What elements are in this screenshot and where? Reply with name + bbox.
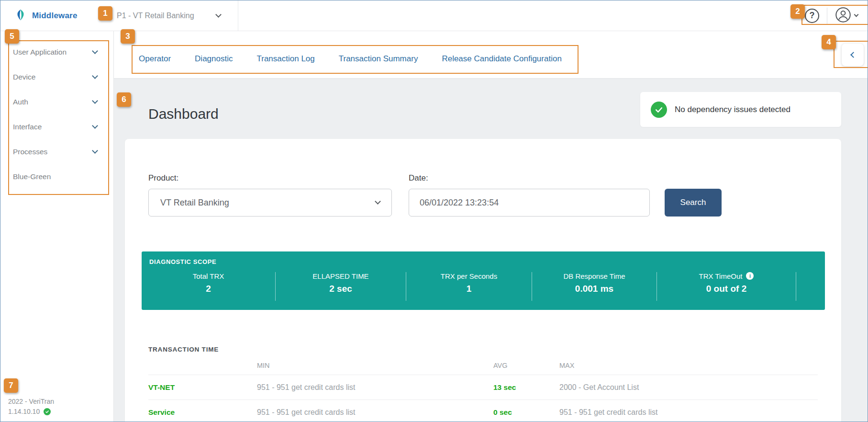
row-name: Service [148,408,257,417]
metric-label: DB Response Time [532,272,657,280]
annotation-badge-6: 6 [117,92,131,107]
main-area: Operator Diagnostic Transaction Log Tran… [114,31,868,422]
column-header-avg: AVG [493,362,559,369]
content-header: Dashboard No dependency issues detected [125,78,841,139]
metric-value: 1 [406,284,532,294]
brand-name: Middleware [32,11,78,21]
search-form: Product: VT Retail Banking Date: Search [125,173,841,217]
annotation-badge-7: 7 [4,378,18,393]
row-min: 951 - 951 get credit cards list [257,408,493,417]
metric-label: TRX per Seconds [406,272,532,280]
product-field-group: Product: VT Retail Banking [148,173,392,217]
annotation-badge-3: 3 [121,29,135,44]
version-ok-check-icon [44,408,51,415]
veritran-logo-icon [14,8,27,23]
product-selector-value: P1 - VT Retail Banking [117,11,194,20]
chevron-down-icon [215,11,222,18]
metric-value: 2 sec [276,284,406,294]
row-max: 951 - 951 get credit cards list [559,408,818,417]
column-header-max: MAX [559,362,818,369]
metric-trx-timeout: TRX TimeOuti 0 out of 2 [657,272,796,301]
success-check-icon [651,102,667,118]
dependency-status-text: No dependency issues detected [675,105,790,114]
date-input[interactable] [409,189,650,217]
brand: Middleware [0,8,114,23]
date-label: Date: [409,173,650,183]
transaction-time-section: TRANSACTION TIME MIN AVG MAX VT-NET 951 … [125,310,841,422]
metric-label-text: TRX TimeOut [699,272,743,280]
row-min: 951 - 951 get credit cards list [257,383,493,392]
metric-value: 2 [142,284,275,294]
row-max: 2000 - Get Account List [559,383,818,392]
row-avg: 13 sec [493,383,559,392]
metric-db-response-time: DB Response Time 0.001 ms [532,272,657,301]
column-header-min: MIN [257,362,493,369]
metric-trx-per-seconds: TRX per Seconds 1 [406,272,532,301]
diagnostic-scope-banner: DIAGNOSTIC SCOPE Total TRX 2 ELLAPSED TI… [142,251,825,310]
metric-spacer [796,272,825,301]
annotation-badge-5: 5 [5,29,19,44]
metric-value: 0 out of 2 [657,284,796,294]
transaction-time-title: TRANSACTION TIME [148,346,818,353]
product-select-value: VT Retail Banking [160,198,229,208]
table-header-row: MIN AVG MAX [148,362,818,375]
top-header: Middleware P1 - VT Retail Banking ? [0,0,868,31]
annotation-badge-2: 2 [790,4,805,19]
info-icon[interactable]: i [746,272,754,280]
version-number: 1.14.10.10 [8,407,40,417]
metric-label: TRX TimeOuti [657,272,796,280]
date-field-group: Date: [409,173,650,217]
metric-value: 0.001 ms [532,284,657,294]
product-label: Product: [148,173,392,183]
app-body: User Application Device Auth Interface P… [0,31,868,422]
diagnostic-scope-title: DIAGNOSTIC SCOPE [142,258,825,265]
sidebar-footer: 2022 - VeriTran 1.14.10.10 [8,397,54,417]
transaction-time-table: MIN AVG MAX VT-NET 951 - 951 get credit … [148,362,818,422]
table-row: Service 951 - 951 get credit cards list … [148,400,818,422]
annotation-badge-1: 1 [98,6,112,21]
row-avg: 0 sec [493,408,559,417]
search-button[interactable]: Search [665,189,722,217]
product-selector-dropdown[interactable]: P1 - VT Retail Banking [114,0,238,31]
annotation-badge-4: 4 [822,35,836,49]
row-name: VT-NET [148,383,257,392]
diagnostic-scope-metrics: Total TRX 2 ELLAPSED TIME 2 sec TRX per … [142,272,825,301]
metric-label: Total TRX [142,272,275,280]
metric-label: ELLAPSED TIME [276,272,406,280]
diagnostic-card: Product: VT Retail Banking Date: Search [125,139,841,422]
metric-ellapsed-time: ELLAPSED TIME 2 sec [276,272,406,301]
table-row: VT-NET 951 - 951 get credit cards list 1… [148,375,818,400]
annotation-box-header-icons [801,5,868,25]
column-header-blank [148,362,257,369]
annotation-box-sidebar [8,40,109,195]
middleware-app-window: Middleware P1 - VT Retail Banking ? [0,0,868,422]
page-title: Dashboard [148,106,219,122]
annotation-box-tabs [132,45,579,74]
chevron-down-icon [375,198,381,205]
dashboard-content: Dashboard No dependency issues detected … [114,78,868,422]
copyright-text: 2022 - VeriTran [8,397,54,407]
annotation-box-collapse-button [834,41,868,68]
metric-total-trx: Total TRX 2 [142,272,276,301]
dependency-status-card: No dependency issues detected [640,92,841,127]
product-select[interactable]: VT Retail Banking [148,189,392,217]
